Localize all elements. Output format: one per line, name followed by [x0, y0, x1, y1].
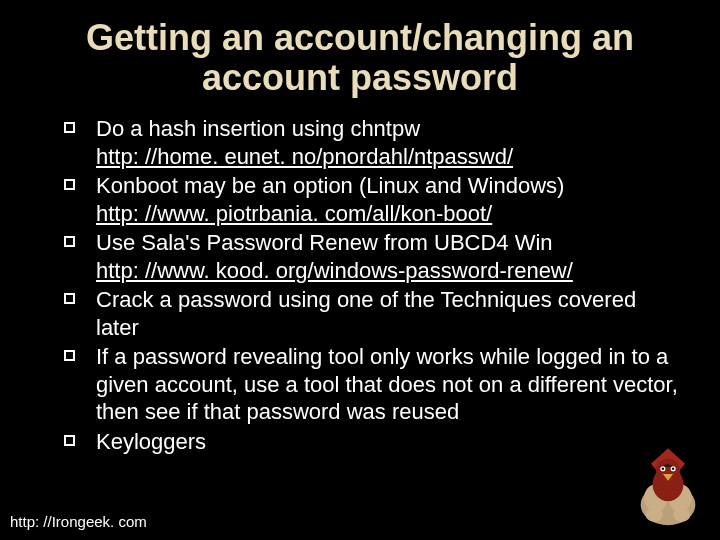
slide: Getting an account/changing an account p… [0, 0, 720, 540]
bullet-text: Keyloggers [96, 429, 206, 454]
bullet-text: Crack a password using one of the Techni… [96, 287, 636, 340]
mascot-bird-icon [624, 438, 712, 532]
slide-title: Getting an account/changing an account p… [30, 18, 690, 97]
list-item: Crack a password using one of the Techni… [60, 286, 680, 341]
bullet-text: If a password revealing tool only works … [96, 344, 678, 424]
svg-point-10 [673, 508, 690, 522]
bullet-text: Do a hash insertion using chntpw [96, 116, 420, 141]
list-item: Keyloggers [60, 428, 680, 456]
bullet-text: Konboot may be an option (Linux and Wind… [96, 173, 564, 198]
list-item: Use Sala's Password Renew from UBCD4 Win… [60, 229, 680, 284]
svg-point-7 [662, 468, 664, 470]
list-item: Konboot may be an option (Linux and Wind… [60, 172, 680, 227]
list-item: If a password revealing tool only works … [60, 343, 680, 426]
bullet-link[interactable]: http: //home. eunet. no/pnordahl/ntpassw… [96, 144, 513, 169]
svg-point-9 [646, 508, 663, 522]
svg-point-8 [672, 468, 674, 470]
list-item: Do a hash insertion using chntpw http: /… [60, 115, 680, 170]
bullet-text: Use Sala's Password Renew from UBCD4 Win [96, 230, 553, 255]
bullet-link[interactable]: http: //www. piotrbania. com/all/kon-boo… [96, 201, 492, 226]
bullet-link[interactable]: http: //www. kood. org/windows-password-… [96, 258, 573, 283]
bullet-list: Do a hash insertion using chntpw http: /… [30, 115, 690, 455]
footer-url: http: //Irongeek. com [10, 513, 147, 530]
